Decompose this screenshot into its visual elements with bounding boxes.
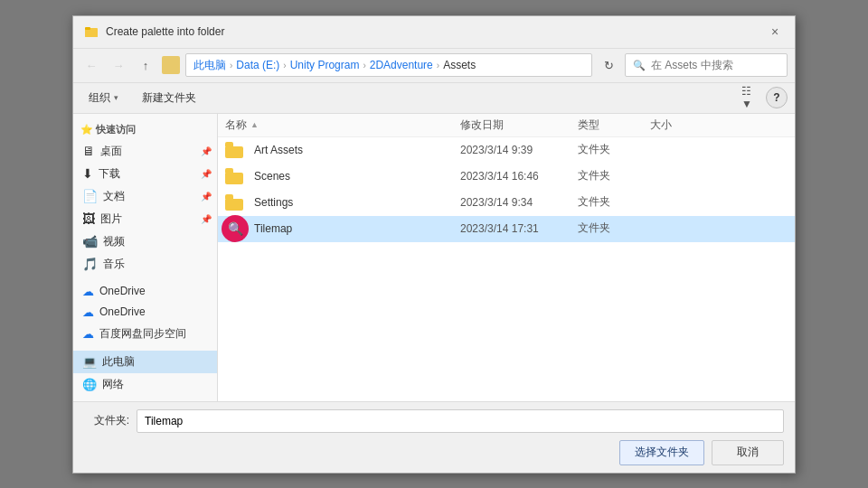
search-icon: 🔍: [633, 60, 646, 71]
file-type-cell: 文件夹: [578, 194, 650, 210]
folder-icon: [225, 194, 245, 211]
folder-icon: 🔍: [225, 221, 245, 237]
breadcrumb-item-pc[interactable]: 此电脑: [193, 58, 226, 73]
forward-button[interactable]: →: [108, 54, 129, 76]
file-area: 名称 ▲ 修改日期 类型 大小: [218, 114, 795, 401]
title-bar: Create palette into folder ×: [73, 16, 795, 49]
select-folder-button[interactable]: 选择文件夹: [619, 440, 704, 465]
music-icon: 🎵: [82, 257, 98, 271]
up-button[interactable]: ↑: [135, 54, 156, 76]
title-bar-left: Create palette into folder: [84, 24, 224, 39]
sidebar-item-thispc[interactable]: 💻 此电脑: [73, 351, 217, 373]
filename-input[interactable]: [137, 409, 784, 433]
file-name-cell: Scenes: [225, 168, 460, 184]
breadcrumb-bar[interactable]: 此电脑 › Data (E:) › Unity Program › 2DAdve…: [185, 53, 592, 77]
cloud-icon-1: ☁: [82, 285, 94, 298]
sidebar-item-documents[interactable]: 📄 文档 📌: [73, 185, 217, 208]
dialog-title: Create palette into folder: [106, 25, 224, 38]
help-button[interactable]: ?: [766, 87, 788, 108]
sidebar-item-pictures[interactable]: 🖼 图片 📌: [73, 208, 217, 230]
file-list: Art Assets 2023/3/14 9:39 文件夹 Scenes 202…: [218, 137, 795, 401]
documents-icon: 📄: [82, 189, 98, 203]
table-row[interactable]: 🔍 Tilemap 2023/3/14 17:31 文件夹: [218, 216, 795, 242]
new-folder-button[interactable]: 新建文件夹: [134, 87, 204, 109]
file-list-header: 名称 ▲ 修改日期 类型 大小: [218, 114, 795, 137]
sidebar-item-videos[interactable]: 📹 视频: [73, 230, 217, 253]
file-type-cell: 文件夹: [578, 221, 650, 236]
view-toggle-button[interactable]: ☷ ▼: [741, 87, 762, 108]
buttons-row: 选择文件夹 取消: [84, 440, 784, 465]
breadcrumb-item-assets: Assets: [443, 59, 476, 71]
sidebar-item-baidu[interactable]: ☁ 百度网盘同步空间: [73, 323, 217, 345]
breadcrumb-item-unity[interactable]: Unity Program: [290, 59, 360, 71]
refresh-button[interactable]: ↻: [598, 54, 619, 76]
folder-icon: [225, 168, 245, 184]
sidebar-item-desktop[interactable]: 🖥 桌面 📌: [73, 140, 217, 163]
table-row[interactable]: Scenes 2023/3/14 16:46 文件夹: [218, 164, 795, 190]
sidebar-item-downloads[interactable]: ⬇ 下载 📌: [73, 163, 217, 185]
search-input[interactable]: [651, 59, 779, 71]
breadcrumb-item-adventure[interactable]: 2DAdventure: [370, 59, 433, 71]
organize-button[interactable]: 组织 ▾: [80, 87, 127, 109]
sidebar-item-music[interactable]: 🎵 音乐: [73, 253, 217, 276]
close-button[interactable]: ×: [766, 23, 784, 41]
sort-arrow-name: ▲: [250, 120, 259, 129]
pin-icon: 📌: [201, 146, 212, 156]
main-content: ⭐ 快速访问 🖥 桌面 📌 ⬇ 下载 📌 📄 文档 📌 🖼 图片 📌: [73, 114, 795, 401]
sidebar-item-network[interactable]: 🌐 网络: [73, 373, 217, 396]
sidebar-item-onedrive2[interactable]: ☁ OneDrive: [73, 302, 217, 323]
file-type-cell: 文件夹: [578, 168, 650, 183]
nav-toolbar: ← → ↑ 此电脑 › Data (E:) › Unity Program › …: [73, 49, 795, 83]
table-row[interactable]: Art Assets 2023/3/14 9:39 文件夹: [218, 137, 795, 164]
thispc-icon: 💻: [82, 355, 97, 369]
network-icon: 🌐: [82, 378, 97, 391]
sidebar-section-quickaccess: ⭐ 快速访问: [73, 119, 217, 140]
pin-icon-4: 📌: [201, 214, 212, 224]
downloads-icon: ⬇: [82, 166, 93, 181]
sidebar-item-onedrive1[interactable]: ☁ OneDrive: [73, 281, 217, 302]
cloud-icon-2: ☁: [82, 305, 94, 319]
baidu-icon: ☁: [82, 327, 94, 341]
svg-rect-2: [85, 27, 90, 30]
file-date-cell: 2023/3/14 9:34: [460, 196, 578, 209]
location-icon: [162, 56, 180, 74]
pin-icon-2: 📌: [201, 169, 212, 179]
table-row[interactable]: Settings 2023/3/14 9:34 文件夹: [218, 190, 795, 216]
folder-icon: [225, 142, 245, 158]
col-header-name[interactable]: 名称 ▲: [225, 117, 460, 133]
breadcrumb-item-drive[interactable]: Data (E:): [236, 59, 279, 71]
filename-row: 文件夹:: [84, 409, 784, 433]
dialog-icon: [84, 24, 99, 39]
file-date-cell: 2023/3/14 16:46: [460, 170, 578, 183]
dialog-window: Create palette into folder × ← → ↑ 此电脑 ›…: [72, 15, 796, 474]
col-header-date[interactable]: 修改日期: [460, 117, 578, 133]
filename-label: 文件夹:: [84, 413, 129, 428]
organize-dropdown-arrow: ▾: [114, 93, 118, 102]
cancel-button[interactable]: 取消: [712, 440, 784, 465]
sidebar: ⭐ 快速访问 🖥 桌面 📌 ⬇ 下载 📌 📄 文档 📌 🖼 图片 📌: [73, 114, 218, 401]
desktop-icon: 🖥: [82, 144, 95, 158]
file-date-cell: 2023/3/14 9:39: [460, 144, 578, 156]
view-options: ☷ ▼ ?: [741, 87, 788, 108]
back-button[interactable]: ←: [80, 54, 102, 76]
file-name-cell: 🔍 Tilemap: [225, 221, 460, 237]
videos-icon: 📹: [82, 234, 98, 249]
file-type-cell: 文件夹: [578, 142, 650, 157]
pin-icon-3: 📌: [201, 192, 212, 202]
col-header-size[interactable]: 大小: [650, 117, 704, 133]
file-date-cell: 2023/3/14 17:31: [460, 222, 578, 235]
file-name-cell: Art Assets: [225, 142, 460, 158]
col-header-type[interactable]: 类型: [578, 117, 650, 133]
action-bar: 组织 ▾ 新建文件夹 ☷ ▼ ?: [73, 83, 795, 114]
bottom-area: 文件夹: 选择文件夹 取消: [73, 401, 795, 473]
pictures-icon: 🖼: [82, 211, 95, 226]
file-name-cell: Settings: [225, 194, 460, 211]
svg-rect-1: [85, 30, 98, 37]
search-bar: 🔍: [625, 53, 788, 77]
